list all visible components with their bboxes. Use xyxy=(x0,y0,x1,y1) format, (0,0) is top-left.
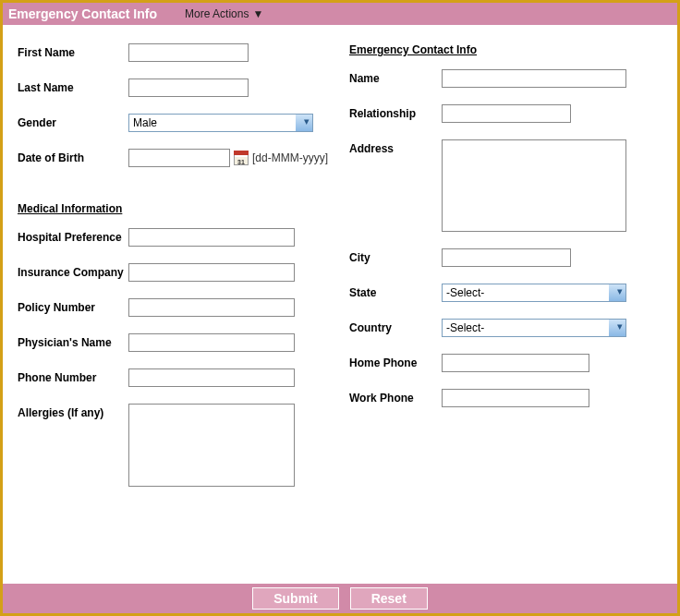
dob-hint: [dd-MMM-yyyy] xyxy=(252,151,328,164)
ec-home-phone-label: Home Phone xyxy=(349,354,442,369)
more-actions-menu[interactable]: More Actions ▼ xyxy=(185,7,263,20)
calendar-icon[interactable] xyxy=(234,151,249,165)
insurance-row: Insurance Company xyxy=(18,263,331,282)
last-name-label: Last Name xyxy=(18,79,128,94)
ec-relationship-input[interactable] xyxy=(442,104,571,123)
hospital-row: Hospital Preference xyxy=(18,228,331,247)
dob-label: Date of Birth xyxy=(18,149,128,164)
emergency-heading: Emergency Contact Info xyxy=(349,43,662,56)
first-name-input[interactable] xyxy=(128,43,249,62)
phone-row: Phone Number xyxy=(18,368,331,387)
ec-address-label: Address xyxy=(349,139,442,155)
ec-address-textarea[interactable] xyxy=(442,139,626,232)
ec-home-phone-input[interactable] xyxy=(442,354,589,372)
insurance-label: Insurance Company xyxy=(18,263,128,279)
form-content: First Name Last Name Gender Male xyxy=(3,25,677,584)
ec-relationship-label: Relationship xyxy=(349,104,442,120)
gender-row: Gender Male xyxy=(18,114,331,132)
policy-label: Policy Number xyxy=(18,298,128,314)
dob-row: Date of Birth [dd-MMM-yyyy] xyxy=(18,149,331,167)
ec-state-row: State -Select- xyxy=(349,284,662,302)
ec-city-input[interactable] xyxy=(442,248,571,267)
physician-row: Physician's Name xyxy=(18,333,331,352)
first-name-label: First Name xyxy=(18,43,128,59)
hospital-input[interactable] xyxy=(128,228,295,247)
dob-input[interactable] xyxy=(128,149,230,167)
more-actions-label: More Actions xyxy=(185,7,249,20)
ec-state-select[interactable]: -Select- xyxy=(442,284,626,302)
footer: Submit Reset xyxy=(3,584,677,613)
insurance-input[interactable] xyxy=(128,263,295,282)
physician-input[interactable] xyxy=(128,333,295,352)
allergies-label: Allergies (If any) xyxy=(18,404,128,419)
reset-button[interactable]: Reset xyxy=(350,587,428,610)
ec-name-label: Name xyxy=(349,69,442,85)
hospital-label: Hospital Preference xyxy=(18,228,128,244)
last-name-input[interactable] xyxy=(128,79,249,97)
allergies-textarea[interactable] xyxy=(128,404,295,487)
form-window: Emergency Contact Info More Actions ▼ Fi… xyxy=(0,0,680,616)
ec-city-label: City xyxy=(349,248,442,264)
ec-state-label: State xyxy=(349,284,442,299)
ec-home-phone-row: Home Phone xyxy=(349,354,662,372)
ec-country-row: Country -Select- xyxy=(349,319,662,337)
right-column: Emergency Contact Info Name Relationship… xyxy=(349,43,662,576)
physician-label: Physician's Name xyxy=(18,333,128,349)
allergies-row: Allergies (If any) xyxy=(18,404,331,487)
gender-select[interactable]: Male xyxy=(128,114,313,132)
titlebar: Emergency Contact Info More Actions ▼ xyxy=(3,3,677,25)
ec-country-label: Country xyxy=(349,319,442,334)
policy-input[interactable] xyxy=(128,298,295,317)
medical-heading: Medical Information xyxy=(18,202,331,215)
left-column: First Name Last Name Gender Male xyxy=(18,43,331,576)
phone-label: Phone Number xyxy=(18,368,128,384)
ec-name-input[interactable] xyxy=(442,69,626,88)
window-title: Emergency Contact Info xyxy=(8,6,157,21)
ec-work-phone-row: Work Phone xyxy=(349,389,662,407)
ec-name-row: Name xyxy=(349,69,662,88)
phone-input[interactable] xyxy=(128,368,295,387)
gender-label: Gender xyxy=(18,114,128,129)
ec-address-row: Address xyxy=(349,139,662,232)
policy-row: Policy Number xyxy=(18,298,331,317)
last-name-row: Last Name xyxy=(18,79,331,97)
first-name-row: First Name xyxy=(18,43,331,62)
ec-relationship-row: Relationship xyxy=(349,104,662,123)
ec-city-row: City xyxy=(349,248,662,267)
submit-button[interactable]: Submit xyxy=(252,587,338,610)
ec-work-phone-label: Work Phone xyxy=(349,389,442,405)
chevron-down-icon: ▼ xyxy=(252,7,263,20)
ec-work-phone-input[interactable] xyxy=(442,389,589,407)
ec-country-select[interactable]: -Select- xyxy=(442,319,626,337)
